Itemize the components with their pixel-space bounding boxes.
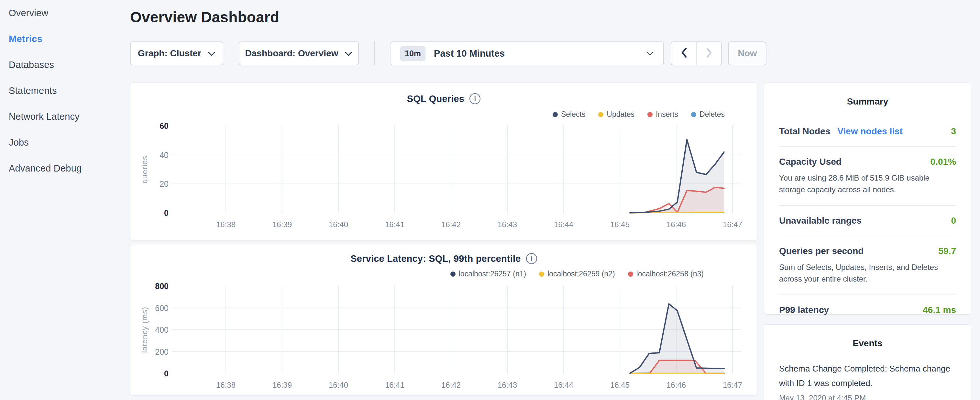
summary-label: Total Nodes [779, 126, 830, 137]
svg-text:16:46: 16:46 [667, 220, 686, 229]
svg-text:16:40: 16:40 [329, 381, 348, 389]
now-button[interactable]: Now [728, 41, 767, 65]
svg-text:20: 20 [159, 179, 169, 188]
svg-text:200: 200 [155, 347, 169, 356]
svg-text:16:45: 16:45 [610, 381, 630, 389]
summary-value: 3 [951, 126, 956, 137]
chart-plot-svg: 020406016:3816:3916:4016:4116:4216:4316:… [130, 83, 758, 241]
svg-text:16:45: 16:45 [610, 220, 630, 229]
time-window-badge: 10m [400, 46, 425, 61]
summary-panel: Summary Total Nodes View nodes list 3 Ca… [764, 83, 971, 315]
svg-text:800: 800 [155, 282, 169, 291]
svg-text:400: 400 [155, 325, 169, 334]
svg-text:16:39: 16:39 [272, 381, 292, 389]
summary-row-queries-per-second: Queries per second 59.7 Sum of Selects, … [779, 236, 956, 295]
chevron-down-icon [345, 48, 352, 59]
summary-row-unavailable-ranges: Unavailable ranges 0 [779, 205, 956, 236]
svg-text:16:43: 16:43 [498, 381, 517, 389]
time-window-label: Past 10 Minutes [434, 48, 505, 59]
chevron-left-icon [680, 47, 687, 59]
svg-text:16:38: 16:38 [216, 220, 235, 229]
page-title: Overview Dashboard [130, 8, 279, 26]
svg-text:16:42: 16:42 [441, 381, 461, 389]
summary-row-total-nodes: Total Nodes View nodes list 3 [779, 116, 956, 146]
dashboard-dropdown-label: Dashboard: Overview [245, 48, 339, 59]
sidebar-item-network-latency[interactable]: Network Latency [9, 104, 122, 129]
dashboard-dropdown[interactable]: Dashboard: Overview [239, 41, 359, 65]
svg-text:16:41: 16:41 [385, 381, 404, 389]
svg-text:0: 0 [164, 369, 169, 378]
summary-value: 59.7 [939, 246, 956, 256]
time-range-dropdown[interactable]: 10m Past 10 Minutes [390, 41, 664, 65]
svg-text:16:47: 16:47 [723, 381, 742, 389]
summary-description: You are using 28.6 MiB of 515.9 GiB usab… [779, 172, 956, 196]
sidebar: Overview Metrics Databases Statements Ne… [9, 0, 122, 181]
svg-text:16:39: 16:39 [272, 220, 292, 229]
summary-label: Capacity Used [779, 157, 842, 167]
summary-value: 0.01% [931, 157, 956, 167]
svg-text:16:44: 16:44 [554, 220, 573, 229]
chevron-down-icon [208, 48, 215, 59]
view-nodes-list-link[interactable]: View nodes list [837, 126, 903, 137]
summary-title: Summary [764, 96, 971, 107]
svg-text:40: 40 [159, 150, 169, 159]
chevron-down-icon [646, 48, 654, 59]
svg-text:16:42: 16:42 [441, 220, 461, 229]
graph-dropdown-label: Graph: Cluster [138, 48, 201, 59]
summary-label: Unavailable ranges [779, 215, 862, 226]
events-title: Events [764, 338, 971, 349]
svg-text:16:41: 16:41 [385, 220, 404, 229]
svg-text:0: 0 [164, 209, 169, 217]
sql-queries-chart-card: SQL Queries i Selects Updates Inserts De… [130, 83, 757, 241]
sidebar-item-metrics[interactable]: Metrics [9, 26, 122, 52]
sidebar-item-databases[interactable]: Databases [9, 52, 122, 78]
controls-divider [374, 41, 375, 65]
svg-text:60: 60 [159, 121, 169, 131]
summary-value: 46.1 ms [923, 305, 956, 315]
summary-value: 0 [951, 215, 956, 226]
svg-text:queries: queries [140, 156, 149, 183]
svg-text:latency (ms): latency (ms) [140, 307, 149, 353]
svg-text:16:40: 16:40 [329, 220, 348, 229]
graph-dropdown[interactable]: Graph: Cluster [130, 41, 223, 65]
prev-time-button[interactable] [671, 42, 696, 65]
time-step-buttons [671, 41, 722, 65]
svg-text:16:46: 16:46 [667, 381, 686, 389]
chevron-right-icon [706, 47, 713, 59]
sidebar-item-statements[interactable]: Statements [9, 78, 122, 104]
event-timestamp: May 13, 2020 at 4:45 PM [779, 394, 956, 400]
summary-row-p99-latency: P99 latency 46.1 ms [779, 295, 956, 325]
chart-plot-svg: 020040060080016:3816:3916:4016:4116:4216… [130, 244, 758, 396]
summary-label: P99 latency [779, 305, 829, 315]
svg-text:16:44: 16:44 [554, 381, 573, 389]
svg-text:16:38: 16:38 [216, 381, 235, 389]
sidebar-item-advanced-debug[interactable]: Advanced Debug [9, 155, 122, 181]
summary-row-capacity-used: Capacity Used 0.01% You are using 28.6 M… [779, 146, 956, 205]
svg-text:16:43: 16:43 [498, 220, 517, 229]
sidebar-item-overview[interactable]: Overview [9, 0, 122, 26]
sidebar-item-jobs[interactable]: Jobs [9, 129, 122, 155]
summary-description: Sum of Selects, Updates, Inserts, and De… [779, 261, 956, 285]
svg-text:600: 600 [155, 304, 169, 312]
summary-label: Queries per second [779, 246, 864, 256]
service-latency-chart-card: Service Latency: SQL, 99th percentile i … [130, 244, 757, 395]
event-message[interactable]: Schema Change Completed: Schema change w… [779, 362, 956, 390]
next-time-button[interactable] [696, 42, 721, 65]
events-panel: Events Schema Change Completed: Schema c… [764, 324, 971, 400]
svg-text:16:47: 16:47 [723, 220, 742, 229]
